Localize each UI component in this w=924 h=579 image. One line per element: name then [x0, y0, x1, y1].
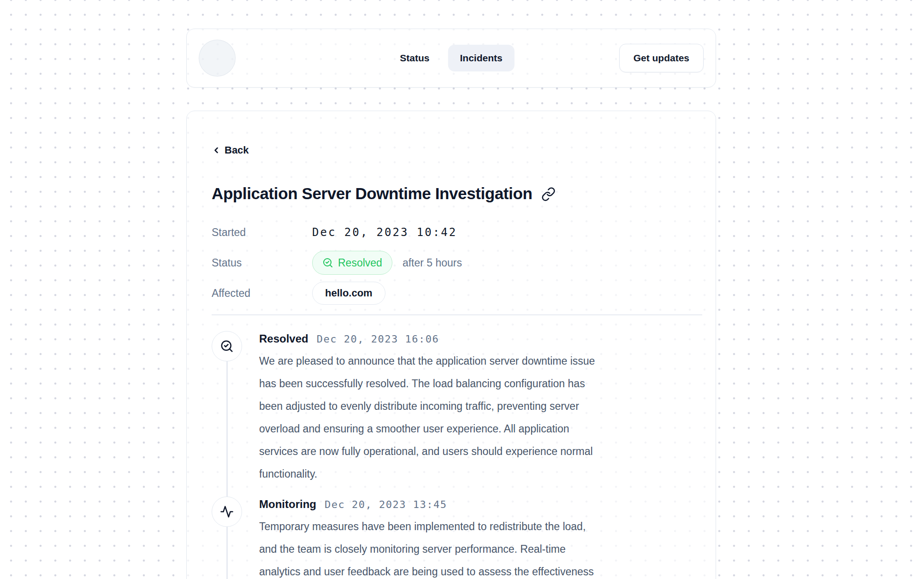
- incident-meta: Started Dec 20, 2023 10:42 Status Resolv…: [212, 220, 702, 305]
- update-timestamp: Dec 20, 2023 16:06: [317, 333, 439, 345]
- nav-tab-incidents[interactable]: Incidents: [448, 45, 515, 71]
- update-header: Monitoring Dec 20, 2023 13:45: [259, 496, 702, 512]
- activity-icon: [212, 496, 242, 527]
- started-label: Started: [212, 226, 312, 239]
- link-icon[interactable]: [541, 187, 556, 201]
- meta-row-affected: Affected hello.com: [212, 281, 702, 305]
- update-title: Monitoring: [259, 496, 316, 512]
- title-row: Application Server Downtime Investigatio…: [212, 183, 702, 204]
- header-inner: Status Incidents Get updates: [187, 29, 716, 87]
- page-title: Application Server Downtime Investigatio…: [212, 183, 532, 204]
- section-divider: [212, 314, 702, 315]
- update-header: Resolved Dec 20, 2023 16:06: [259, 331, 702, 346]
- search-check-icon: [322, 257, 333, 268]
- incident-card: Back Application Server Downtime Investi…: [186, 111, 716, 579]
- meta-row-status: Status Resolved after 5 hours: [212, 251, 702, 275]
- status-label: Status: [212, 257, 312, 269]
- back-label: Back: [225, 142, 249, 158]
- affected-component-pill[interactable]: hello.com: [312, 282, 385, 305]
- brand-avatar[interactable]: [199, 40, 236, 77]
- update-timestamp: Dec 20, 2023 13:45: [325, 499, 447, 510]
- status-duration: after 5 hours: [403, 257, 462, 269]
- header-nav: Status Incidents: [388, 45, 514, 71]
- affected-label: Affected: [212, 287, 312, 300]
- update-title: Resolved: [259, 331, 308, 346]
- incident-content: Back Application Server Downtime Investi…: [187, 111, 716, 579]
- back-link[interactable]: Back: [212, 142, 249, 158]
- search-check-icon: [212, 331, 242, 361]
- get-updates-button[interactable]: Get updates: [619, 44, 704, 72]
- updates-timeline: Resolved Dec 20, 2023 16:06 We are pleas…: [212, 331, 702, 579]
- meta-row-started: Started Dec 20, 2023 10:42: [212, 220, 702, 244]
- status-badge: Resolved: [312, 251, 392, 275]
- update-body: We are pleased to announce that the appl…: [259, 350, 702, 485]
- update-body: Temporary measures have been implemented…: [259, 515, 702, 579]
- update-item-monitoring: Monitoring Dec 20, 2023 13:45 Temporary …: [212, 496, 702, 579]
- nav-tab-status[interactable]: Status: [388, 45, 441, 71]
- status-badge-text: Resolved: [338, 257, 382, 269]
- started-value: Dec 20, 2023 10:42: [312, 226, 457, 239]
- header-card: Status Incidents Get updates: [186, 29, 716, 88]
- chevron-left-icon: [212, 146, 221, 155]
- update-item-resolved: Resolved Dec 20, 2023 16:06 We are pleas…: [212, 331, 702, 485]
